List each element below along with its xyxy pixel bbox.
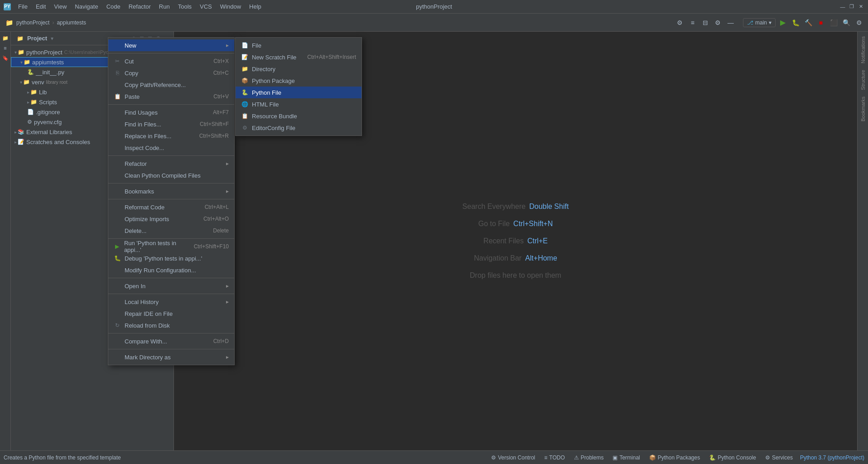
- project-panel-title: Project: [27, 35, 47, 42]
- ctx-bookmarks[interactable]: Bookmarks ▸: [108, 185, 234, 197]
- new-python-package[interactable]: 📦 Python Package: [236, 75, 362, 87]
- hint-search: Search Everywhere Double Shift: [463, 203, 569, 211]
- root-folder-icon: 📁: [18, 49, 24, 55]
- bookmarks-sidebar-icon[interactable]: 🔖: [1, 53, 10, 63]
- tree-scratches-arrow[interactable]: ▸: [14, 140, 17, 145]
- ctx-new[interactable]: New ▸: [108, 39, 234, 51]
- new-python-file[interactable]: 🐍 Python File: [236, 87, 362, 98]
- ctx-replace-files-label: Replace in Files...: [125, 133, 171, 140]
- ctx-cut-label: Cut: [125, 58, 134, 65]
- context-menu: New ▸ ✂ Cut Ctrl+X ⎘ Copy Ctrl+C Copy Pa…: [108, 37, 235, 365]
- python-packages-label: Python Packages: [658, 454, 700, 461]
- menu-edit[interactable]: Edit: [32, 2, 49, 11]
- breadcrumb-project[interactable]: pythonProject: [16, 19, 49, 26]
- ctx-open-in[interactable]: Open In ▸: [108, 280, 234, 292]
- ctx-local-history[interactable]: Local History ▸: [108, 296, 234, 308]
- menu-navigate[interactable]: Navigate: [71, 2, 101, 11]
- new-html-file[interactable]: 🌐 HTML File: [236, 98, 362, 110]
- tree-lib-arrow[interactable]: ▸: [27, 90, 29, 95]
- tab-terminal[interactable]: ▣ Terminal: [611, 454, 641, 462]
- tab-python-packages[interactable]: 📦 Python Packages: [647, 454, 702, 462]
- structure-button[interactable]: Structure: [859, 67, 867, 93]
- tree-appiumtests-arrow[interactable]: ▾: [20, 60, 23, 65]
- new-scratch-label: New Scratch File: [252, 54, 296, 61]
- new-directory-icon: 📁: [241, 66, 248, 72]
- tree-scratches-label: Scratches and Consoles: [26, 139, 90, 145]
- run-button[interactable]: ▶: [777, 17, 788, 28]
- tree-gitignore-label: .gitignore: [36, 109, 60, 116]
- build-button[interactable]: 🔨: [803, 17, 814, 28]
- project-dropdown-arrow[interactable]: ▾: [51, 35, 53, 42]
- search-everywhere-button[interactable]: 🔍: [841, 17, 852, 28]
- toolbar-gear-icon[interactable]: ⚙: [713, 17, 723, 28]
- tree-root-arrow[interactable]: ▾: [14, 50, 17, 55]
- toolbar-settings-icon[interactable]: ⚙: [675, 17, 685, 28]
- debug-button[interactable]: 🐛: [790, 17, 801, 28]
- ctx-copy-shortcut: Ctrl+C: [213, 70, 229, 76]
- hint-navbar: Navigation Bar Alt+Home: [474, 254, 557, 262]
- ctx-repair-ide[interactable]: Repair IDE on File: [108, 308, 234, 319]
- bookmarks-right-button[interactable]: Bookmarks: [859, 94, 867, 124]
- toolbar-split-icon[interactable]: ⊟: [700, 17, 711, 28]
- ctx-paste[interactable]: 📋 Paste Ctrl+V: [108, 91, 234, 102]
- ctx-repair-ide-label: Repair IDE on File: [125, 310, 173, 317]
- ctx-inspect-label: Inspect Code...: [125, 145, 164, 151]
- toolbar-list-icon[interactable]: ≡: [687, 17, 698, 28]
- ctx-reformat[interactable]: Reformat Code Ctrl+Alt+L: [108, 201, 234, 213]
- new-directory[interactable]: 📁 Directory: [236, 63, 362, 75]
- ctx-run[interactable]: ▶ Run 'Python tests in appi...' Ctrl+Shi…: [108, 241, 234, 252]
- structure-sidebar-icon[interactable]: ≡: [1, 44, 10, 53]
- settings-button[interactable]: ⚙: [854, 17, 864, 28]
- menu-tools[interactable]: Tools: [174, 2, 195, 11]
- stop-button[interactable]: ■: [815, 17, 826, 28]
- tree-extlibs-arrow[interactable]: ▸: [14, 130, 17, 135]
- ctx-find-files[interactable]: Find in Files... Ctrl+Shift+F: [108, 118, 234, 130]
- tab-services[interactable]: ⚙ Services: [763, 454, 795, 462]
- ctx-copy[interactable]: ⎘ Copy Ctrl+C: [108, 67, 234, 79]
- minimize-button[interactable]: —: [839, 3, 846, 10]
- menu-code[interactable]: Code: [103, 2, 124, 11]
- tab-python-console[interactable]: 🐍 Python Console: [707, 454, 758, 462]
- new-editorconfig[interactable]: ⚙ EditorConfig File: [236, 122, 362, 134]
- tab-problems[interactable]: ⚠ Problems: [572, 454, 606, 462]
- menu-file[interactable]: File: [14, 2, 31, 11]
- tab-todo[interactable]: ≡ TODO: [542, 454, 566, 462]
- ctx-inspect[interactable]: Inspect Code...: [108, 142, 234, 154]
- tree-scripts-arrow[interactable]: ▸: [27, 100, 29, 105]
- ctx-find-usages[interactable]: Find Usages Alt+F7: [108, 106, 234, 118]
- ctx-debug[interactable]: 🐛 Debug 'Python tests in appi...': [108, 252, 234, 264]
- branch-selector[interactable]: ⎇ main ▾: [743, 18, 776, 27]
- tree-venv-arrow[interactable]: ▾: [20, 80, 22, 85]
- ctx-reload[interactable]: ↻ Reload from Disk: [108, 319, 234, 331]
- version-control-label: Version Control: [498, 454, 535, 461]
- menu-view[interactable]: View: [50, 2, 70, 11]
- tab-version-control[interactable]: ⚙ Version Control: [489, 454, 537, 462]
- project-sidebar-icon[interactable]: 📁: [1, 34, 10, 43]
- ctx-compare[interactable]: Compare With... Ctrl+D: [108, 335, 234, 347]
- python-console-icon: 🐍: [709, 454, 716, 461]
- ctx-modify-run[interactable]: Modify Run Configuration...: [108, 264, 234, 276]
- ctx-copy-path[interactable]: Copy Path/Reference...: [108, 79, 234, 91]
- menu-help[interactable]: Help: [246, 2, 265, 11]
- ctx-clean[interactable]: Clean Python Compiled Files: [108, 169, 234, 181]
- ctx-mark-dir[interactable]: Mark Directory as ▸: [108, 351, 234, 363]
- ctx-refactor[interactable]: Refactor ▸: [108, 158, 234, 169]
- ctx-delete[interactable]: Delete... Delete: [108, 225, 234, 237]
- toolbar-minus-icon[interactable]: —: [725, 17, 736, 28]
- menu-run[interactable]: Run: [155, 2, 174, 11]
- menu-vcs[interactable]: VCS: [196, 2, 216, 11]
- new-scratch-file[interactable]: 📝 New Scratch File Ctrl+Alt+Shift+Insert: [236, 51, 362, 63]
- new-resource-bundle[interactable]: 📋 Resource Bundle: [236, 110, 362, 122]
- breadcrumb-folder[interactable]: appiumtests: [57, 19, 86, 26]
- menu-refactor[interactable]: Refactor: [125, 2, 154, 11]
- close-button[interactable]: ✕: [857, 3, 864, 10]
- coverage-button[interactable]: ⬛: [828, 17, 839, 28]
- ctx-replace-files[interactable]: Replace in Files... Ctrl+Shift+R: [108, 130, 234, 142]
- ctx-cut[interactable]: ✂ Cut Ctrl+X: [108, 55, 234, 67]
- notifications-button[interactable]: Notifications: [859, 34, 867, 66]
- new-file[interactable]: 📄 File: [236, 39, 362, 51]
- ctx-debug-icon: 🐛: [114, 255, 121, 261]
- ctx-optimize[interactable]: Optimize Imports Ctrl+Alt+O: [108, 213, 234, 225]
- maximize-button[interactable]: ❐: [848, 3, 855, 10]
- menu-window[interactable]: Window: [217, 2, 245, 11]
